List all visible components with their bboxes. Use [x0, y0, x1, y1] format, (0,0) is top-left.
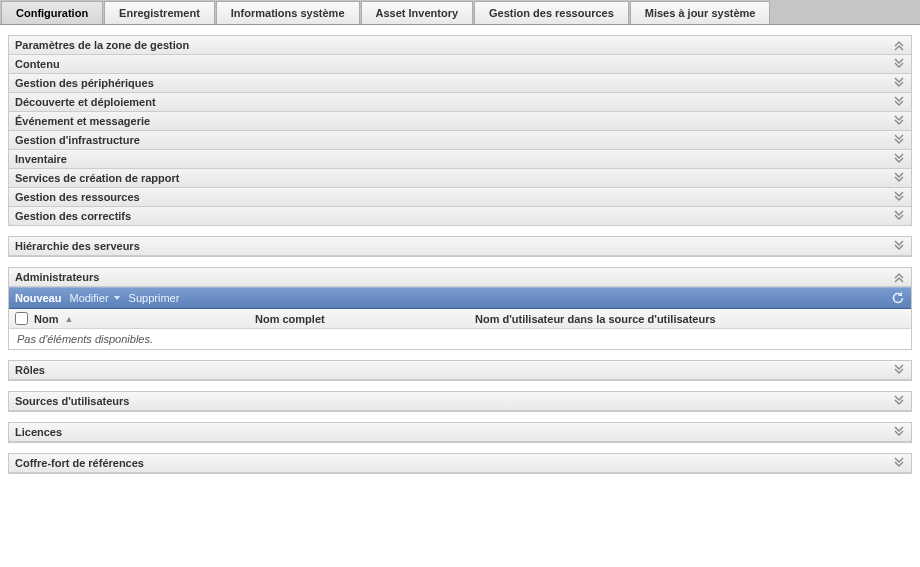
- tab-informations-systeme[interactable]: Informations système: [216, 1, 360, 24]
- edit-button-label: Modifier: [69, 292, 108, 304]
- panel-hierarchy-title: Hiérarchie des serveurs: [15, 240, 140, 252]
- panel-usersources: Sources d'utilisateurs: [8, 391, 912, 412]
- tab-configuration[interactable]: Configuration: [1, 1, 103, 24]
- delete-button[interactable]: Supprimer: [129, 292, 180, 304]
- collapse-icon[interactable]: [893, 271, 905, 283]
- tab-gestion-ressources[interactable]: Gestion des ressources: [474, 1, 629, 24]
- zone-item-contenu[interactable]: Contenu: [15, 58, 60, 70]
- chevron-down-icon: [113, 294, 121, 302]
- zone-item-ressources[interactable]: Gestion des ressources: [15, 191, 140, 203]
- tab-bar: Configuration Enregistrement Information…: [0, 0, 920, 25]
- panel-roles-title: Rôles: [15, 364, 45, 376]
- expand-icon[interactable]: [893, 134, 905, 146]
- expand-icon[interactable]: [893, 240, 905, 252]
- expand-icon[interactable]: [893, 395, 905, 407]
- panel-hierarchy: Hiérarchie des serveurs: [8, 236, 912, 257]
- zone-item-evenement[interactable]: Événement et messagerie: [15, 115, 150, 127]
- expand-icon[interactable]: [893, 96, 905, 108]
- edit-button[interactable]: Modifier: [69, 292, 120, 304]
- panel-licenses-title: Licences: [15, 426, 62, 438]
- expand-icon[interactable]: [893, 153, 905, 165]
- refresh-icon[interactable]: [891, 291, 905, 305]
- panel-zone: Paramètres de la zone de gestion Contenu…: [8, 35, 912, 226]
- expand-icon[interactable]: [893, 364, 905, 376]
- zone-item-inventaire[interactable]: Inventaire: [15, 153, 67, 165]
- expand-icon[interactable]: [893, 191, 905, 203]
- admins-column-header: Nom ▲ Nom complet Nom d'utilisateur dans…: [9, 309, 911, 329]
- tab-mises-a-jour[interactable]: Mises à jour système: [630, 1, 771, 24]
- expand-icon[interactable]: [893, 457, 905, 469]
- tab-asset-inventory[interactable]: Asset Inventory: [361, 1, 474, 24]
- expand-icon[interactable]: [893, 77, 905, 89]
- panel-admins-title: Administrateurs: [15, 271, 99, 283]
- col-nom[interactable]: Nom: [34, 313, 58, 325]
- expand-icon[interactable]: [893, 426, 905, 438]
- select-all-checkbox[interactable]: [15, 312, 28, 325]
- zone-item-correctifs[interactable]: Gestion des correctifs: [15, 210, 131, 222]
- expand-icon[interactable]: [893, 210, 905, 222]
- col-nom-complet[interactable]: Nom complet: [255, 313, 475, 325]
- zone-item-rapport[interactable]: Services de création de rapport: [15, 172, 179, 184]
- panel-vault-title: Coffre-fort de références: [15, 457, 144, 469]
- zone-item-peripheriques[interactable]: Gestion des périphériques: [15, 77, 154, 89]
- panel-usersources-title: Sources d'utilisateurs: [15, 395, 130, 407]
- panel-admins: Administrateurs Nouveau Modifier Supprim…: [8, 267, 912, 350]
- admins-empty-message: Pas d'éléments disponibles.: [9, 329, 911, 349]
- expand-icon[interactable]: [893, 172, 905, 184]
- expand-icon[interactable]: [893, 58, 905, 70]
- panel-roles: Rôles: [8, 360, 912, 381]
- expand-icon[interactable]: [893, 115, 905, 127]
- tab-enregistrement[interactable]: Enregistrement: [104, 1, 215, 24]
- collapse-icon[interactable]: [893, 39, 905, 51]
- sort-asc-icon: ▲: [64, 314, 73, 324]
- panel-zone-title: Paramètres de la zone de gestion: [15, 39, 189, 51]
- panel-licenses: Licences: [8, 422, 912, 443]
- zone-item-decouverte[interactable]: Découverte et déploiement: [15, 96, 156, 108]
- panel-vault: Coffre-fort de références: [8, 453, 912, 474]
- col-username[interactable]: Nom d'utilisateur dans la source d'utili…: [475, 313, 905, 325]
- new-button[interactable]: Nouveau: [15, 292, 61, 304]
- admins-toolbar: Nouveau Modifier Supprimer: [9, 287, 911, 309]
- zone-item-infrastructure[interactable]: Gestion d'infrastructure: [15, 134, 140, 146]
